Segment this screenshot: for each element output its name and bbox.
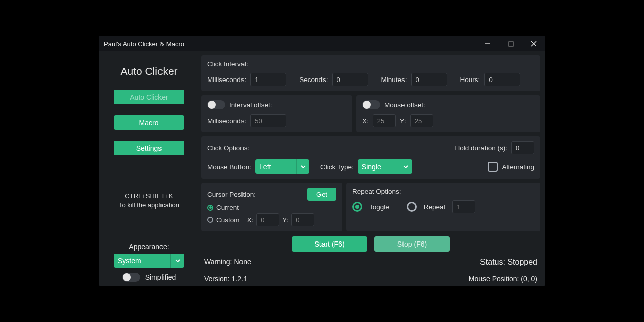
nav-macro[interactable]: Macro [114,115,184,130]
minimize-icon [485,41,491,47]
maximize-button[interactable] [499,36,522,51]
click-type-value: Single [362,163,381,171]
mouse-button-value: Left [259,163,271,171]
chevron-down-icon [296,159,309,174]
repeat-repeat-label: Repeat [424,203,446,211]
cursor-current-label: Current [216,204,239,211]
title-bar: Paul's Auto Clicker & Macro [99,36,545,51]
cursor-y-input[interactable] [291,213,314,226]
cursor-current-radio[interactable] [207,205,213,211]
click-interval-title: Click Interval: [207,60,534,68]
minimize-button[interactable] [476,36,499,51]
appearance-label: Appearance: [129,243,169,251]
repeat-count-input[interactable] [452,200,475,213]
get-position-button[interactable]: Get [307,188,336,201]
maximize-icon [508,41,514,47]
cursor-x-input[interactable] [256,213,279,226]
main-content: Click Interval: Milliseconds: Seconds: M… [199,51,545,286]
close-button[interactable] [522,36,545,51]
hrs-label: Hours: [460,76,480,84]
cursor-title: Cursor Position: [207,191,256,198]
mouse-position-text: Mouse Position: (0, 0) [469,275,537,283]
cursor-y-label: Y: [282,216,288,224]
page-title: Auto Clicker [120,65,177,77]
cursor-x-label: X: [247,216,254,224]
offset-ms-input[interactable] [250,114,286,127]
ms-label: Milliseconds: [207,76,246,84]
hold-label: Hold duration (s): [455,144,507,152]
mouse-x-label: X: [362,117,369,125]
alternating-label: Alternating [502,163,534,171]
kill-hint: CTRL+SHIFT+K To kill the application [119,192,179,210]
nav-settings[interactable]: Settings [114,141,184,155]
mouse-button-select[interactable]: Left [255,159,309,174]
chevron-down-icon [399,159,412,174]
sec-input[interactable] [332,73,368,86]
appearance-select[interactable]: System [114,254,184,268]
mouse-offset-label: Mouse offset: [384,101,425,109]
stop-button[interactable]: Stop (F6) [374,236,450,252]
svg-rect-1 [509,42,513,46]
status-text: Status: Stopped [469,258,537,267]
cursor-position-panel: Cursor Position: Get Current Custom X: [201,183,342,231]
hrs-input[interactable] [484,73,520,86]
sec-label: Seconds: [299,76,328,84]
click-options-title: Click Options: [207,144,249,152]
min-input[interactable] [411,73,447,86]
click-options-panel: Click Options: Hold duration (s): Mouse … [201,136,540,179]
repeat-title: Repeat Options: [352,188,534,195]
nav-auto-clicker[interactable]: Auto Clicker [114,90,184,104]
repeat-toggle-radio[interactable] [352,202,362,212]
mouse-y-label: Y: [400,117,406,125]
version-text: Version: 1.2.1 [204,275,251,283]
mouse-x-input[interactable] [373,114,396,127]
hold-input[interactable] [511,141,534,154]
click-type-select[interactable]: Single [358,159,412,174]
ms-input[interactable] [250,73,286,86]
min-label: Minutes: [381,76,407,84]
mouse-y-input[interactable] [410,114,433,127]
mouse-offset-panel: Mouse offset: X: Y: [356,95,540,132]
footer: Warning: None Version: 1.2.1 Status: Sto… [201,256,540,283]
repeat-toggle-label: Toggle [369,203,389,211]
start-button[interactable]: Start (F6) [292,236,367,252]
action-row: Start (F6) Stop (F6) [201,236,540,252]
app-window: Paul's Auto Clicker & Macro Auto Clicker… [99,36,545,286]
warning-text: Warning: None [204,258,251,266]
alternating-checkbox[interactable] [488,162,498,172]
interval-offset-label: Interval offset: [229,101,272,109]
cursor-custom-radio[interactable] [207,217,213,223]
offset-ms-label: Milliseconds: [207,117,246,125]
click-type-label: Click Type: [320,163,354,171]
window-title: Paul's Auto Clicker & Macro [104,40,184,48]
click-interval-panel: Click Interval: Milliseconds: Seconds: M… [201,55,540,91]
repeat-options-panel: Repeat Options: Toggle Repeat [346,183,540,231]
simplified-label: Simplified [145,273,176,281]
close-icon [531,41,537,47]
kill-desc: To kill the application [119,201,179,210]
chevron-down-icon [170,254,184,268]
sidebar: Auto Clicker Auto Clicker Macro Settings… [99,51,199,286]
repeat-repeat-radio[interactable] [407,202,417,212]
mouse-offset-toggle[interactable] [362,100,380,109]
cursor-custom-label: Custom [216,216,240,224]
interval-offset-toggle[interactable] [207,100,225,109]
mouse-button-label: Mouse Button: [207,163,251,171]
interval-offset-panel: Interval offset: Milliseconds: [201,95,352,132]
appearance-value: System [118,257,141,265]
simplified-toggle[interactable] [122,273,140,282]
kill-shortcut: CTRL+SHIFT+K [119,192,179,201]
